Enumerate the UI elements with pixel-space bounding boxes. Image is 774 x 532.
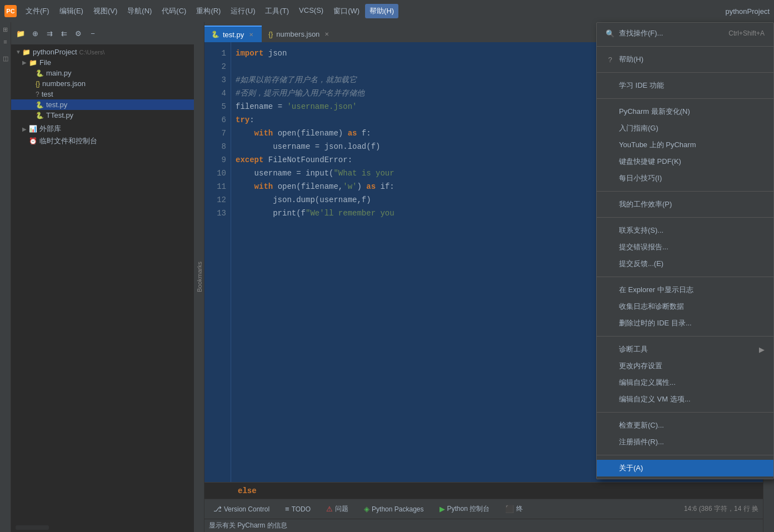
sidebar-expand-btn[interactable]: ⇇ [58,27,70,39]
status-version-control[interactable]: ⎇ Version Control [209,503,274,515]
menu-window[interactable]: 窗口(W) [329,4,364,18]
menu-daily-tips[interactable]: 每日小技巧(I) [597,170,773,187]
menu-keyboard-pdf[interactable]: 键盘快捷键 PDF(K) [597,153,773,170]
menu-check-updates[interactable]: 检查更新(C)... [597,417,773,434]
menu-tools[interactable]: 工具(T) [261,4,293,18]
menu-productivity[interactable]: 我的工作效率(P) [597,196,773,213]
sidebar-folder-btn[interactable]: 📁 [14,27,27,39]
todo-icon: ≡ [285,505,289,513]
menu-file[interactable]: 文件(F) [21,4,54,18]
sidebar-scrollbar[interactable] [16,525,49,530]
status-problems[interactable]: ⚠ 问题 [322,502,353,516]
menu-divider-1 [597,46,773,47]
menu-whats-new[interactable]: PyCharm 最新变化(N) [597,103,773,120]
status-problems-label: 问题 [335,504,348,514]
token: filename [236,100,278,113]
menu-about[interactable]: 关于(A) [597,460,773,476]
menu-submit-feedback[interactable]: 提交反馈...(E) [597,255,773,272]
menu-run[interactable]: 运行(U) [226,4,259,18]
token: #如果以前存储了用户名，就加载它 [236,73,357,87]
menu-diagnostic-tools[interactable]: 诊断工具 ▶ [597,341,773,358]
menu-entry-left-start: 入门指南(G) [606,123,658,133]
help-menu-section-3: 学习 IDE 功能 [597,75,773,96]
status-terminal[interactable]: ⬛ 终 [501,502,527,516]
token: username = input( [236,167,333,180]
menu-help[interactable]: 帮助(H) [365,4,398,18]
status-todo[interactable]: ≡ TODO [281,503,315,515]
folder-icon-root: 📁 [22,48,31,56]
menu-register-plugin[interactable]: 注册插件(R)... [597,434,773,450]
menu-delete-old-ide[interactable]: 删除过时的 IDE 目录... [597,315,773,332]
menu-edit-props[interactable]: 编辑自定义属性... [597,374,773,391]
sidebar-minus-btn[interactable]: − [87,27,99,39]
tree-arrow-root[interactable]: ▼ [16,49,22,55]
tab-numbers-json[interactable]: {} numbers.json ✕ [262,26,337,42]
menu-entry-left-reg: 注册插件(R)... [606,437,664,447]
token: f: [357,127,371,140]
toolbar-icon-3[interactable]: ◫ [1,53,11,63]
tree-item-main-py[interactable]: 🐍 main.py [11,68,194,78]
menu-vcs[interactable]: VCS(S) [294,4,328,18]
token: as [366,180,376,193]
tree-item-temp[interactable]: ⏰ 临时文件和控制台 [11,135,194,147]
menu-view[interactable]: 视图(V) [89,4,122,18]
menu-change-memory[interactable]: 更改内存设置 [597,358,773,374]
token [236,127,254,140]
sidebar-collapse-btn[interactable]: ⇉ [43,27,56,39]
tree-arrow-external[interactable]: ▶ [22,126,29,132]
toolbar-icon-2[interactable]: ≡ [1,37,11,47]
menu-collect-label: 收集日志和诊断数据 [619,302,684,312]
tab-test-py[interactable]: 🐍 test.py ✕ [204,26,262,42]
tree-item-numbers-json[interactable]: {} numbers.json [11,78,194,89]
tab-close-json[interactable]: ✕ [323,31,331,38]
menu-bar: 文件(F) 编辑(E) 视图(V) 导航(N) 代码(C) 重构(R) 运行(U… [21,4,721,18]
tree-item-external[interactable]: ▶ 📊 外部库 [11,123,194,135]
tree-item-test-py[interactable]: 🐍 test.py [11,99,194,110]
menu-entry-left-log: 在 Explorer 中显示日志 [606,285,693,295]
tree-arrow-file[interactable]: ▶ [22,59,29,66]
menu-feedback-label: 提交反馈...(E) [619,259,663,269]
folder-icon-file: 📁 [29,59,37,67]
menu-entry-left-mem: 更改内存设置 [606,361,662,371]
info-bar: 显示有关 PyCharm 的信息 [204,519,763,532]
sidebar-settings-btn[interactable]: ⚙ [72,27,84,39]
token: : [249,113,254,127]
menu-refactor[interactable]: 重构(R) [192,4,225,18]
menu-entry-left-update: 检查更新(C)... [606,420,664,430]
status-python-console[interactable]: ▶ Python 控制台 [435,502,495,516]
tab-label-json: numbers.json [276,30,319,38]
tree-item-test[interactable]: ? test [11,89,194,99]
menu-code[interactable]: 代码(C) [157,4,191,18]
token: = [278,100,287,113]
menu-reg-label: 注册插件(R)... [619,437,664,447]
menu-learn-ide[interactable]: 学习 IDE 功能 [597,77,773,94]
tree-item-root[interactable]: ▼ 📁 pythonProject C:\Users\ [11,47,194,57]
menu-collect-logs[interactable]: 收集日志和诊断数据 [597,298,773,315]
menu-edit[interactable]: 编辑(E) [55,4,88,18]
menu-nav[interactable]: 导航(N) [123,4,156,18]
menu-submit-bug[interactable]: 提交错误报告... [597,239,773,255]
bookmarks-side[interactable]: Bookmarks [194,22,204,532]
menu-entry-left-support: 联系支持(S)... [606,225,663,235]
menu-kbd-label: 键盘快捷键 PDF(K) [619,157,681,167]
menu-entry-left-about: 关于(A) [606,463,643,473]
menu-getting-started[interactable]: 入门指南(G) [597,120,773,137]
menu-contact-support[interactable]: 联系支持(S)... [597,222,773,239]
menu-find-action[interactable]: 🔍 查找操作(F)... Ctrl+Shift+A [597,25,773,42]
menu-help-item[interactable]: ? 帮助(H) [597,51,773,68]
status-python-packages[interactable]: ◈ Python Packages [359,503,428,515]
menu-show-log[interactable]: 在 Explorer 中显示日志 [597,282,773,298]
help-menu-section-6: 联系支持(S)... 提交错误报告... 提交反馈...(E) [597,220,773,274]
status-vc-label: Version Control [224,505,269,513]
packages-icon: ◈ [364,505,369,513]
menu-edit-vm[interactable]: 编辑自定义 VM 选项... [597,391,773,408]
toolbar-icon-1[interactable]: ⊞ [1,24,11,34]
sidebar-add-btn[interactable]: ⊕ [29,27,41,39]
tree-item-ttest-py[interactable]: 🐍 TTest.py [11,110,194,121]
help-menu-section-8: 诊断工具 ▶ 更改内存设置 编辑自定义属性... 编辑自定义 VM 选项... [597,339,773,410]
tab-close-test-py[interactable]: ✕ [247,31,255,38]
menu-youtube[interactable]: YouTube 上的 PyCharm [597,137,773,153]
problems-icon: ⚠ [326,505,333,513]
tree-label-file: File [39,58,51,67]
tree-item-file[interactable]: ▶ 📁 File [11,57,194,68]
